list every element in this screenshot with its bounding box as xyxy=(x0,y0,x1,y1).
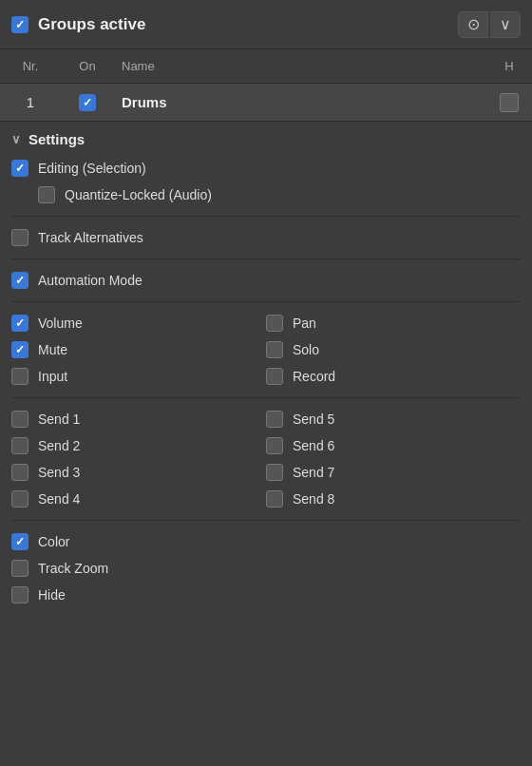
send1-row: Send 1 xyxy=(11,406,266,432)
volume-label: Volume xyxy=(38,316,83,331)
color-checkbox[interactable] xyxy=(11,533,28,550)
color-label: Color xyxy=(38,534,69,549)
send8-row: Send 8 xyxy=(266,486,521,512)
divider-2 xyxy=(11,259,521,259)
track-zoom-label: Track Zoom xyxy=(38,561,108,576)
send8-checkbox[interactable] xyxy=(266,490,283,507)
divider-5 xyxy=(11,520,521,521)
send5-row: Send 5 xyxy=(266,406,521,432)
send7-checkbox[interactable] xyxy=(266,464,283,481)
send6-row: Send 6 xyxy=(266,432,521,459)
pan-row: Pan xyxy=(266,310,521,336)
mute-label: Mute xyxy=(38,342,67,357)
record-row: Record xyxy=(266,363,521,390)
automation-mode-row: Automation Mode xyxy=(11,267,521,294)
divider-4 xyxy=(11,397,521,398)
divider-1 xyxy=(11,216,521,217)
hide-label: Hide xyxy=(38,587,66,603)
hide-checkbox[interactable] xyxy=(11,586,28,603)
header-buttons: ⊙ ∨ xyxy=(458,11,521,38)
input-row: Input xyxy=(11,363,266,390)
solo-row: Solo xyxy=(266,336,521,363)
send4-checkbox[interactable] xyxy=(11,490,28,507)
track-alternatives-row: Track Alternatives xyxy=(11,224,521,251)
settings-section: ∨ Settings Editing (Selection) Quantize-… xyxy=(0,122,532,623)
pan-label: Pan xyxy=(293,316,316,331)
send5-checkbox[interactable] xyxy=(266,411,283,428)
send3-checkbox[interactable] xyxy=(11,464,28,481)
editing-selection-row: Editing (Selection) xyxy=(11,155,521,182)
send3-label: Send 3 xyxy=(38,465,80,480)
group-h-checkbox[interactable] xyxy=(500,93,519,112)
group-row: 1 Drums xyxy=(0,84,532,122)
record-checkbox[interactable] xyxy=(266,368,283,385)
header: Groups active ⊙ ∨ xyxy=(0,0,532,49)
divider-3 xyxy=(11,301,521,302)
settings-chevron-icon[interactable]: ∨ xyxy=(11,132,21,146)
send6-label: Send 6 xyxy=(293,438,334,453)
record-label: Record xyxy=(293,369,335,384)
group-h-cell xyxy=(494,93,524,112)
input-checkbox[interactable] xyxy=(11,368,28,385)
send1-label: Send 1 xyxy=(38,412,80,427)
vpm-grid: Volume Pan Mute Solo Input Record xyxy=(11,310,521,390)
quantize-locked-label: Quantize-Locked (Audio) xyxy=(65,187,212,202)
send6-checkbox[interactable] xyxy=(266,437,283,454)
send8-label: Send 8 xyxy=(293,491,334,507)
pan-checkbox[interactable] xyxy=(266,315,283,332)
hide-row: Hide xyxy=(11,582,521,608)
quantize-locked-row: Quantize-Locked (Audio) xyxy=(11,182,521,208)
table-header: Nr. On Name H xyxy=(0,49,532,84)
send5-label: Send 5 xyxy=(293,412,334,427)
solo-checkbox[interactable] xyxy=(266,341,283,358)
input-label: Input xyxy=(38,369,67,384)
header-left: Groups active xyxy=(11,15,458,34)
groups-active-checkbox[interactable] xyxy=(11,16,28,33)
volume-row: Volume xyxy=(11,310,266,336)
col-h-label: H xyxy=(494,59,524,73)
editing-selection-checkbox[interactable] xyxy=(11,160,28,177)
send2-label: Send 2 xyxy=(38,438,80,453)
settings-title: Settings xyxy=(28,131,85,147)
track-alternatives-label: Track Alternatives xyxy=(38,230,143,245)
col-name-label: Name xyxy=(122,59,494,73)
group-on-checkbox[interactable] xyxy=(79,94,96,111)
send3-row: Send 3 xyxy=(11,459,266,486)
settings-body: Editing (Selection) Quantize-Locked (Aud… xyxy=(0,155,532,623)
chevron-button[interactable]: ∨ xyxy=(490,11,521,38)
group-number: 1 xyxy=(8,94,53,110)
col-nr-label: Nr. xyxy=(8,59,53,73)
group-on-cell xyxy=(53,94,122,111)
send4-label: Send 4 xyxy=(38,491,80,507)
automation-mode-checkbox[interactable] xyxy=(11,272,28,289)
track-zoom-checkbox[interactable] xyxy=(11,560,28,577)
groups-active-title: Groups active xyxy=(38,15,145,34)
track-zoom-row: Track Zoom xyxy=(11,555,521,582)
editing-selection-label: Editing (Selection) xyxy=(38,161,146,176)
options-button[interactable]: ⊙ xyxy=(458,11,488,38)
send7-row: Send 7 xyxy=(266,459,521,486)
col-on-label: On xyxy=(53,59,122,73)
quantize-locked-checkbox[interactable] xyxy=(38,186,55,203)
track-alternatives-checkbox[interactable] xyxy=(11,229,28,246)
mute-row: Mute xyxy=(11,336,266,363)
send2-checkbox[interactable] xyxy=(11,437,28,454)
group-name: Drums xyxy=(122,94,494,110)
volume-checkbox[interactable] xyxy=(11,315,28,332)
mute-checkbox[interactable] xyxy=(11,341,28,358)
color-row: Color xyxy=(11,528,521,555)
automation-mode-label: Automation Mode xyxy=(38,273,142,288)
sends-grid: Send 1 Send 5 Send 2 Send 6 Send 3 Send … xyxy=(11,406,521,512)
send1-checkbox[interactable] xyxy=(11,411,28,428)
send2-row: Send 2 xyxy=(11,432,266,459)
solo-label: Solo xyxy=(293,342,319,357)
send7-label: Send 7 xyxy=(293,465,334,480)
send4-row: Send 4 xyxy=(11,486,266,512)
settings-header: ∨ Settings xyxy=(0,122,532,155)
